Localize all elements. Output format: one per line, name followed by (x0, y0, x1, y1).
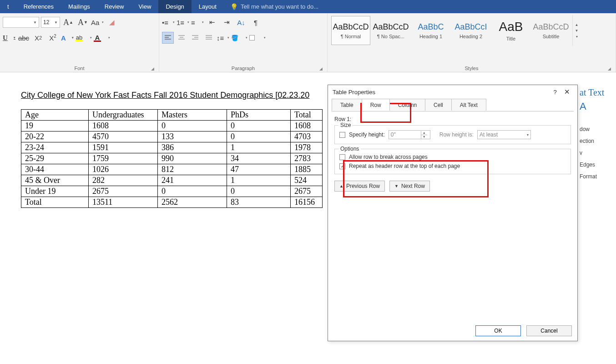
ribbon-tab-cut[interactable]: t (0, 0, 16, 13)
table-cell[interactable]: 2783 (291, 153, 323, 164)
shrink-font-icon[interactable]: A▼ (76, 16, 89, 29)
dialog-tab-column[interactable]: Column (389, 99, 425, 111)
styles-dialog-launcher[interactable]: ◢ (608, 66, 611, 71)
multilevel-list-button[interactable]: ≡▾ (191, 16, 204, 29)
style-subtitle[interactable]: AaBbCcDSubtitle (531, 16, 571, 45)
strikethrough-button[interactable]: abc (17, 31, 30, 44)
dialog-help-button[interactable]: ? (549, 89, 561, 96)
next-row-button[interactable]: ▼Next Row (389, 181, 430, 192)
table-cell[interactable]: 20-22 (21, 131, 89, 142)
table-cell[interactable]: 47 (227, 164, 291, 175)
table-cell[interactable]: 1608 (89, 121, 158, 131)
table-row[interactable]: 20-22457013304703 (21, 131, 323, 142)
superscript-button[interactable]: X2 (46, 31, 59, 44)
style-heading-2[interactable]: AaBbCcIHeading 2 (451, 16, 490, 45)
text-effects-icon[interactable]: A▾ (61, 31, 74, 44)
table-cell[interactable]: 241 (158, 175, 227, 186)
style-title[interactable]: AaBTitle (491, 16, 530, 45)
table-row[interactable]: Under 192675002675 (21, 186, 323, 197)
table-cell[interactable]: 2675 (89, 186, 158, 197)
decrease-indent-button[interactable]: ⇤ (206, 16, 218, 29)
paragraph-dialog-launcher[interactable]: ◢ (319, 66, 323, 71)
table-cell[interactable]: 1978 (291, 142, 323, 153)
table-cell[interactable]: 34 (227, 153, 291, 164)
table-cell[interactable]: 83 (227, 197, 291, 208)
table-cell[interactable]: Total (21, 197, 89, 208)
ribbon-tab-review[interactable]: Review (97, 0, 131, 13)
pane-item[interactable]: Format (580, 171, 616, 182)
pane-item[interactable]: ection (580, 135, 616, 147)
table-cell[interactable]: 1591 (89, 142, 158, 153)
height-spinner[interactable]: ▲▼ (421, 131, 427, 139)
spin-up-icon[interactable]: ▲ (421, 131, 427, 135)
show-marks-button[interactable]: ¶ (249, 16, 262, 29)
bullets-button[interactable]: •≡▾ (162, 16, 175, 29)
style-no-spacing[interactable]: AaBbCcD¶ No Spac... (371, 16, 410, 45)
font-color-button[interactable]: A▾ (94, 34, 110, 42)
table-cell[interactable]: 25-29 (21, 153, 89, 164)
data-table[interactable]: Age Undergraduates Masters PhDs Total 19… (21, 109, 323, 208)
dialog-close-button[interactable]: ✕ (561, 88, 573, 96)
table-row[interactable]: 25-291759990342783 (21, 153, 323, 164)
previous-row-button[interactable]: ▲Previous Row (334, 181, 385, 192)
pane-item[interactable]: Edges (580, 159, 616, 171)
styles-gallery[interactable]: AaBbCcD¶ Normal AaBbCcD¶ No Spac... AaBb… (330, 15, 571, 46)
table-cell[interactable]: 13511 (89, 197, 158, 208)
height-value[interactable] (389, 131, 421, 138)
dialog-tab-table[interactable]: Table (332, 99, 362, 111)
table-cell[interactable]: 0 (227, 186, 291, 197)
pane-item[interactable]: v (580, 147, 616, 159)
ribbon-tab-view[interactable]: View (131, 0, 158, 13)
dialog-tab-cell[interactable]: Cell (425, 99, 452, 111)
row-height-mode-combo[interactable]: At least▾ (477, 130, 531, 139)
line-spacing-button[interactable]: ↕≡▾ (217, 31, 229, 44)
table-cell[interactable]: 0 (227, 131, 291, 142)
dialog-tab-row[interactable]: Row (362, 99, 390, 111)
ribbon-tab-layout[interactable]: Layout (192, 0, 224, 13)
spin-down-icon[interactable]: ▼ (421, 135, 427, 139)
table-cell[interactable]: 1885 (291, 164, 323, 175)
table-header-row[interactable]: Age Undergraduates Masters PhDs Total (21, 110, 323, 121)
table-row[interactable]: 23-24159138611978 (21, 142, 323, 153)
table-cell[interactable]: 4570 (89, 131, 158, 142)
specify-height-checkbox[interactable] (339, 132, 345, 138)
align-right-button[interactable] (189, 32, 201, 44)
table-header-cell[interactable]: PhDs (227, 110, 291, 121)
table-cell[interactable]: 23-24 (21, 142, 89, 153)
table-header-cell[interactable]: Masters (158, 110, 227, 121)
table-cell[interactable]: 1 (227, 142, 291, 153)
ribbon-tab-mailings[interactable]: Mailings (61, 0, 97, 13)
styles-gallery-more[interactable]: ▲▼▾ (572, 15, 581, 46)
table-cell[interactable]: 2675 (291, 186, 323, 197)
underline-button[interactable]: U▾ (3, 31, 15, 44)
numbering-button[interactable]: 1≡▾ (177, 16, 189, 29)
justify-button[interactable] (203, 32, 215, 44)
table-cell[interactable]: 1026 (89, 164, 158, 175)
table-row[interactable]: 30-441026812471885 (21, 164, 323, 175)
align-center-button[interactable] (176, 32, 187, 44)
table-header-cell[interactable]: Total (291, 110, 323, 121)
table-header-cell[interactable]: Age (21, 110, 89, 121)
sort-button[interactable]: A↓ (235, 16, 247, 29)
subscript-button[interactable]: X2 (32, 31, 45, 44)
table-cell[interactable]: 2562 (158, 197, 227, 208)
dialog-tab-alt-text[interactable]: Alt Text (451, 99, 486, 111)
table-cell[interactable]: 0 (158, 186, 227, 197)
style-normal[interactable]: AaBbCcD¶ Normal (331, 16, 370, 45)
table-row[interactable]: Total1351125628316156 (21, 197, 323, 208)
repeat-header-checkbox[interactable]: ✓ (339, 163, 345, 169)
borders-button[interactable]: ▾ (249, 35, 266, 40)
table-cell[interactable]: 524 (291, 175, 323, 186)
table-row[interactable]: 191608001608 (21, 121, 323, 131)
clear-format-icon[interactable]: ◢ (106, 16, 118, 29)
table-cell[interactable]: 30-44 (21, 164, 89, 175)
table-cell[interactable]: 1759 (89, 153, 158, 164)
highlight-color-button[interactable]: ab▾ (76, 34, 92, 41)
table-header-cell[interactable]: Undergraduates (89, 110, 158, 121)
tell-me-search[interactable]: 💡 Tell me what you want to do... (224, 3, 318, 10)
style-heading-1[interactable]: AaBbCHeading 1 (411, 16, 450, 45)
table-cell[interactable]: 1608 (291, 121, 323, 131)
table-cell[interactable]: 1 (227, 175, 291, 186)
ribbon-tab-design[interactable]: Design (158, 0, 191, 13)
pane-item[interactable]: dow (580, 123, 616, 135)
